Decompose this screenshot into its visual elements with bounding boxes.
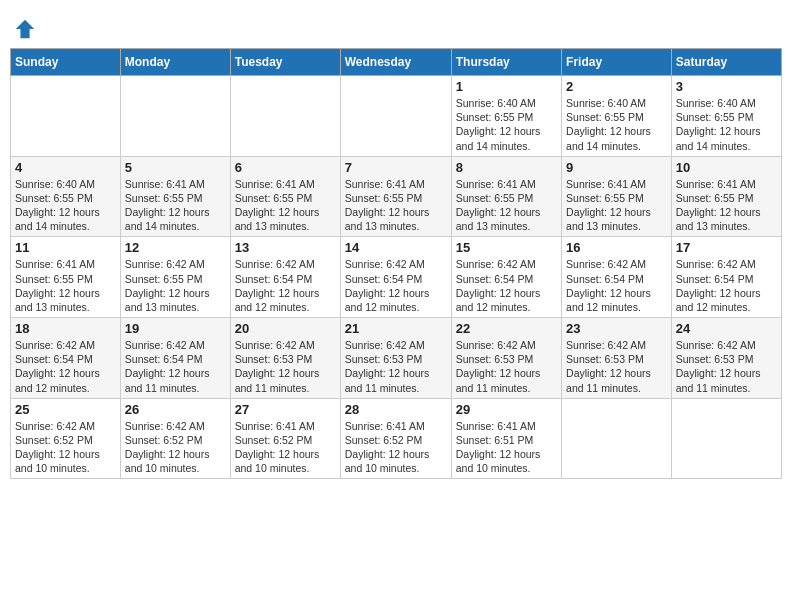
calendar-cell: 16Sunrise: 6:42 AM Sunset: 6:54 PM Dayli… [562,237,672,318]
calendar-cell: 17Sunrise: 6:42 AM Sunset: 6:54 PM Dayli… [671,237,781,318]
day-number: 16 [566,240,667,255]
calendar-cell: 19Sunrise: 6:42 AM Sunset: 6:54 PM Dayli… [120,318,230,399]
calendar-cell: 25Sunrise: 6:42 AM Sunset: 6:52 PM Dayli… [11,398,121,479]
day-number: 13 [235,240,336,255]
day-info: Sunrise: 6:41 AM Sunset: 6:55 PM Dayligh… [125,177,226,234]
calendar-cell: 7Sunrise: 6:41 AM Sunset: 6:55 PM Daylig… [340,156,451,237]
calendar-cell: 28Sunrise: 6:41 AM Sunset: 6:52 PM Dayli… [340,398,451,479]
calendar-cell: 12Sunrise: 6:42 AM Sunset: 6:55 PM Dayli… [120,237,230,318]
day-number: 29 [456,402,557,417]
day-info: Sunrise: 6:41 AM Sunset: 6:55 PM Dayligh… [676,177,777,234]
calendar-week-row: 11Sunrise: 6:41 AM Sunset: 6:55 PM Dayli… [11,237,782,318]
day-number: 15 [456,240,557,255]
day-number: 2 [566,79,667,94]
calendar-cell: 10Sunrise: 6:41 AM Sunset: 6:55 PM Dayli… [671,156,781,237]
day-info: Sunrise: 6:42 AM Sunset: 6:54 PM Dayligh… [676,257,777,314]
day-number: 6 [235,160,336,175]
day-info: Sunrise: 6:42 AM Sunset: 6:54 PM Dayligh… [15,338,116,395]
day-info: Sunrise: 6:42 AM Sunset: 6:53 PM Dayligh… [235,338,336,395]
day-info: Sunrise: 6:41 AM Sunset: 6:55 PM Dayligh… [235,177,336,234]
day-number: 1 [456,79,557,94]
weekday-header: Monday [120,49,230,76]
weekday-header: Saturday [671,49,781,76]
day-info: Sunrise: 6:41 AM Sunset: 6:52 PM Dayligh… [345,419,447,476]
day-number: 18 [15,321,116,336]
calendar-cell: 8Sunrise: 6:41 AM Sunset: 6:55 PM Daylig… [451,156,561,237]
day-info: Sunrise: 6:42 AM Sunset: 6:54 PM Dayligh… [235,257,336,314]
day-info: Sunrise: 6:40 AM Sunset: 6:55 PM Dayligh… [566,96,667,153]
page-header [10,10,782,40]
day-info: Sunrise: 6:40 AM Sunset: 6:55 PM Dayligh… [15,177,116,234]
calendar-cell [340,76,451,157]
calendar-table: SundayMondayTuesdayWednesdayThursdayFrid… [10,48,782,479]
calendar-cell: 4Sunrise: 6:40 AM Sunset: 6:55 PM Daylig… [11,156,121,237]
calendar-cell: 6Sunrise: 6:41 AM Sunset: 6:55 PM Daylig… [230,156,340,237]
calendar-cell: 13Sunrise: 6:42 AM Sunset: 6:54 PM Dayli… [230,237,340,318]
day-number: 4 [15,160,116,175]
day-number: 28 [345,402,447,417]
day-number: 9 [566,160,667,175]
calendar-cell: 20Sunrise: 6:42 AM Sunset: 6:53 PM Dayli… [230,318,340,399]
day-number: 19 [125,321,226,336]
calendar-cell: 11Sunrise: 6:41 AM Sunset: 6:55 PM Dayli… [11,237,121,318]
day-number: 14 [345,240,447,255]
weekday-header: Friday [562,49,672,76]
calendar-cell: 21Sunrise: 6:42 AM Sunset: 6:53 PM Dayli… [340,318,451,399]
calendar-cell: 26Sunrise: 6:42 AM Sunset: 6:52 PM Dayli… [120,398,230,479]
logo-icon [14,18,36,40]
calendar-cell: 22Sunrise: 6:42 AM Sunset: 6:53 PM Dayli… [451,318,561,399]
day-number: 7 [345,160,447,175]
day-number: 10 [676,160,777,175]
day-number: 27 [235,402,336,417]
day-info: Sunrise: 6:42 AM Sunset: 6:54 PM Dayligh… [566,257,667,314]
weekday-header-row: SundayMondayTuesdayWednesdayThursdayFrid… [11,49,782,76]
calendar-cell: 18Sunrise: 6:42 AM Sunset: 6:54 PM Dayli… [11,318,121,399]
day-info: Sunrise: 6:41 AM Sunset: 6:55 PM Dayligh… [566,177,667,234]
day-number: 21 [345,321,447,336]
calendar-week-row: 1Sunrise: 6:40 AM Sunset: 6:55 PM Daylig… [11,76,782,157]
weekday-header: Wednesday [340,49,451,76]
calendar-cell: 29Sunrise: 6:41 AM Sunset: 6:51 PM Dayli… [451,398,561,479]
calendar-week-row: 18Sunrise: 6:42 AM Sunset: 6:54 PM Dayli… [11,318,782,399]
calendar-cell: 9Sunrise: 6:41 AM Sunset: 6:55 PM Daylig… [562,156,672,237]
day-number: 23 [566,321,667,336]
day-number: 25 [15,402,116,417]
calendar-week-row: 4Sunrise: 6:40 AM Sunset: 6:55 PM Daylig… [11,156,782,237]
calendar-cell: 23Sunrise: 6:42 AM Sunset: 6:53 PM Dayli… [562,318,672,399]
day-info: Sunrise: 6:42 AM Sunset: 6:52 PM Dayligh… [15,419,116,476]
calendar-cell [11,76,121,157]
svg-marker-0 [16,20,34,38]
day-info: Sunrise: 6:42 AM Sunset: 6:54 PM Dayligh… [125,338,226,395]
day-info: Sunrise: 6:42 AM Sunset: 6:53 PM Dayligh… [676,338,777,395]
day-info: Sunrise: 6:40 AM Sunset: 6:55 PM Dayligh… [456,96,557,153]
day-number: 8 [456,160,557,175]
day-number: 20 [235,321,336,336]
day-info: Sunrise: 6:41 AM Sunset: 6:55 PM Dayligh… [15,257,116,314]
day-info: Sunrise: 6:41 AM Sunset: 6:52 PM Dayligh… [235,419,336,476]
day-info: Sunrise: 6:42 AM Sunset: 6:53 PM Dayligh… [566,338,667,395]
day-number: 17 [676,240,777,255]
calendar-week-row: 25Sunrise: 6:42 AM Sunset: 6:52 PM Dayli… [11,398,782,479]
calendar-cell: 1Sunrise: 6:40 AM Sunset: 6:55 PM Daylig… [451,76,561,157]
day-number: 5 [125,160,226,175]
calendar-cell: 24Sunrise: 6:42 AM Sunset: 6:53 PM Dayli… [671,318,781,399]
day-info: Sunrise: 6:42 AM Sunset: 6:53 PM Dayligh… [345,338,447,395]
day-number: 11 [15,240,116,255]
weekday-header: Tuesday [230,49,340,76]
day-info: Sunrise: 6:40 AM Sunset: 6:55 PM Dayligh… [676,96,777,153]
day-info: Sunrise: 6:41 AM Sunset: 6:51 PM Dayligh… [456,419,557,476]
day-number: 26 [125,402,226,417]
calendar-cell: 5Sunrise: 6:41 AM Sunset: 6:55 PM Daylig… [120,156,230,237]
calendar-cell [230,76,340,157]
day-info: Sunrise: 6:41 AM Sunset: 6:55 PM Dayligh… [456,177,557,234]
day-info: Sunrise: 6:42 AM Sunset: 6:53 PM Dayligh… [456,338,557,395]
calendar-cell: 2Sunrise: 6:40 AM Sunset: 6:55 PM Daylig… [562,76,672,157]
logo [14,18,38,40]
calendar-cell: 15Sunrise: 6:42 AM Sunset: 6:54 PM Dayli… [451,237,561,318]
day-info: Sunrise: 6:42 AM Sunset: 6:54 PM Dayligh… [456,257,557,314]
calendar-cell: 14Sunrise: 6:42 AM Sunset: 6:54 PM Dayli… [340,237,451,318]
day-info: Sunrise: 6:42 AM Sunset: 6:54 PM Dayligh… [345,257,447,314]
calendar-cell: 27Sunrise: 6:41 AM Sunset: 6:52 PM Dayli… [230,398,340,479]
day-info: Sunrise: 6:42 AM Sunset: 6:55 PM Dayligh… [125,257,226,314]
calendar-cell [671,398,781,479]
